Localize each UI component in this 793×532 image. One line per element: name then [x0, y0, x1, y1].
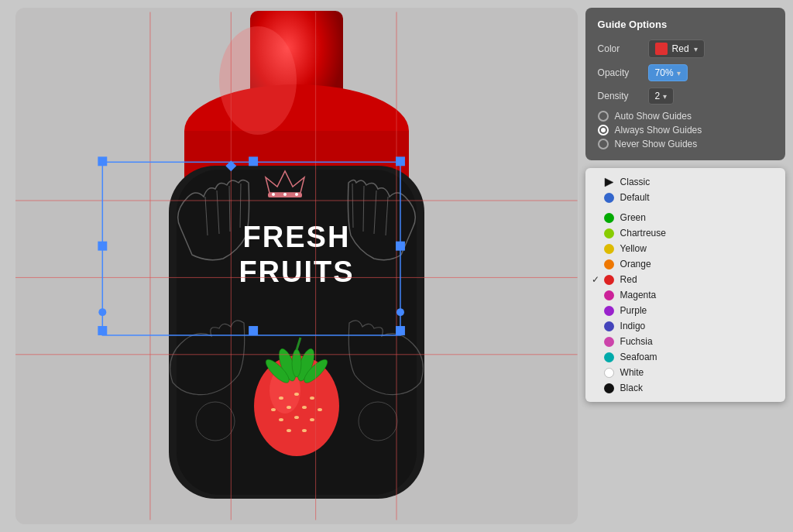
color-dropdown-panel: ClassicDefaultGreenChartreuseYellowOrang…	[585, 168, 785, 402]
radio-outer-always	[598, 125, 609, 136]
radio-inner-always	[601, 128, 606, 132]
color-dot-black	[604, 383, 614, 393]
svg-point-36	[310, 418, 314, 421]
radio-never[interactable]: Never Show Guides	[598, 139, 773, 149]
color-item-label-black: Black	[620, 383, 643, 393]
right-panel: Guide Options Color Red ▾ Opacity 70% ▾	[578, 8, 785, 524]
svg-point-27	[279, 396, 283, 400]
svg-point-35	[294, 416, 299, 419]
color-item-label-green: Green	[620, 212, 646, 223]
color-swatch	[655, 43, 668, 55]
color-item-label-seafoam: Seafoam	[620, 352, 657, 362]
svg-point-34	[279, 418, 283, 421]
color-chevron-icon: ▾	[694, 45, 698, 53]
density-select-button[interactable]: 2 ▾	[648, 88, 675, 105]
color-label: Color	[598, 43, 640, 54]
color-item-red[interactable]: ✓Red	[585, 272, 785, 287]
color-dot-purple	[604, 306, 614, 316]
color-item-yellow[interactable]: Yellow	[585, 241, 785, 256]
color-item-label-indigo: Indigo	[620, 321, 646, 331]
color-item-label-chartreuse: Chartreuse	[620, 228, 666, 239]
color-item-label-default: Default	[620, 192, 650, 203]
density-value: 2	[655, 91, 661, 101]
color-option-row: Color Red ▾	[598, 39, 773, 58]
color-dot-chartreuse	[604, 228, 614, 239]
color-item-orange[interactable]: Orange	[585, 256, 785, 272]
color-item-label-magenta: Magenta	[620, 290, 657, 300]
svg-point-5	[219, 26, 297, 135]
svg-point-41	[292, 349, 301, 377]
svg-point-37	[287, 429, 291, 432]
radio-label-never: Never Show Guides	[615, 139, 698, 149]
color-dot-orange	[604, 259, 614, 269]
canvas-area: FRESH FRUITS	[15, 8, 578, 524]
color-item-white[interactable]: White	[585, 365, 785, 380]
density-chevron-icon: ▾	[663, 92, 667, 101]
color-dot-white	[604, 368, 614, 378]
svg-text:FRESH: FRESH	[242, 221, 350, 253]
color-item-indigo[interactable]: Indigo	[585, 318, 785, 334]
radio-group: Auto Show GuidesAlways Show GuidesNever …	[598, 111, 773, 149]
svg-marker-64	[605, 178, 613, 187]
svg-point-29	[310, 396, 314, 400]
radio-auto[interactable]: Auto Show Guides	[598, 111, 773, 122]
classic-icon	[604, 177, 614, 187]
color-item-green[interactable]: Green	[585, 210, 785, 225]
color-value: Red	[672, 43, 689, 54]
color-item-default[interactable]: Default	[585, 190, 785, 205]
color-item-fuchsia[interactable]: Fuchsia	[585, 334, 785, 349]
color-dot-default	[604, 193, 614, 203]
bottle-image: FRESH FRUITS	[15, 8, 578, 524]
color-item-black[interactable]: Black	[585, 380, 785, 396]
color-item-label-yellow: Yellow	[620, 243, 647, 254]
svg-text:FRUITS: FRUITS	[239, 256, 354, 288]
svg-point-28	[294, 393, 299, 396]
color-item-magenta[interactable]: Magenta	[585, 287, 785, 303]
radio-label-always: Always Show Guides	[615, 125, 702, 136]
color-item-label-orange: Orange	[620, 259, 651, 269]
color-item-label-purple: Purple	[620, 305, 647, 316]
svg-point-32	[302, 406, 307, 409]
density-label: Density	[598, 91, 640, 101]
color-dot-yellow	[604, 244, 614, 254]
svg-point-20	[283, 193, 287, 196]
color-item-classic[interactable]: Classic	[585, 174, 785, 190]
panel-title: Guide Options	[598, 19, 773, 30]
color-select-button[interactable]: Red ▾	[648, 39, 705, 58]
checkmark-icon: ✓	[592, 274, 599, 285]
radio-always[interactable]: Always Show Guides	[598, 125, 773, 136]
radio-outer-never	[598, 139, 609, 149]
color-item-purple[interactable]: Purple	[585, 303, 785, 318]
opacity-value: 70%	[655, 67, 674, 78]
radio-outer-auto	[598, 111, 609, 122]
svg-point-33	[318, 408, 322, 411]
svg-point-38	[302, 429, 307, 432]
color-dot-green	[604, 213, 614, 223]
opacity-option-row: Opacity 70% ▾	[598, 64, 773, 81]
svg-point-21	[295, 193, 298, 196]
color-item-label-classic: Classic	[620, 177, 651, 187]
svg-point-30	[271, 408, 276, 411]
color-dot-seafoam	[604, 352, 614, 362]
color-item-label-red: Red	[620, 274, 637, 285]
opacity-select-button[interactable]: 70% ▾	[648, 64, 688, 81]
color-dot-red	[604, 275, 614, 285]
opacity-label: Opacity	[598, 67, 640, 78]
svg-point-19	[272, 193, 275, 196]
color-item-chartreuse[interactable]: Chartreuse	[585, 225, 785, 241]
color-dot-magenta	[604, 290, 614, 300]
main-container: FRESH FRUITS	[0, 0, 793, 532]
density-option-row: Density 2 ▾	[598, 88, 773, 105]
svg-point-31	[287, 406, 291, 409]
guide-options-panel: Guide Options Color Red ▾ Opacity 70% ▾	[585, 8, 785, 160]
color-dot-indigo	[604, 321, 614, 331]
color-dot-fuchsia	[604, 337, 614, 347]
opacity-chevron-icon: ▾	[677, 69, 681, 77]
radio-label-auto: Auto Show Guides	[615, 111, 692, 122]
color-item-seafoam[interactable]: Seafoam	[585, 349, 785, 365]
color-item-label-white: White	[620, 367, 644, 378]
color-item-label-fuchsia: Fuchsia	[620, 336, 653, 347]
